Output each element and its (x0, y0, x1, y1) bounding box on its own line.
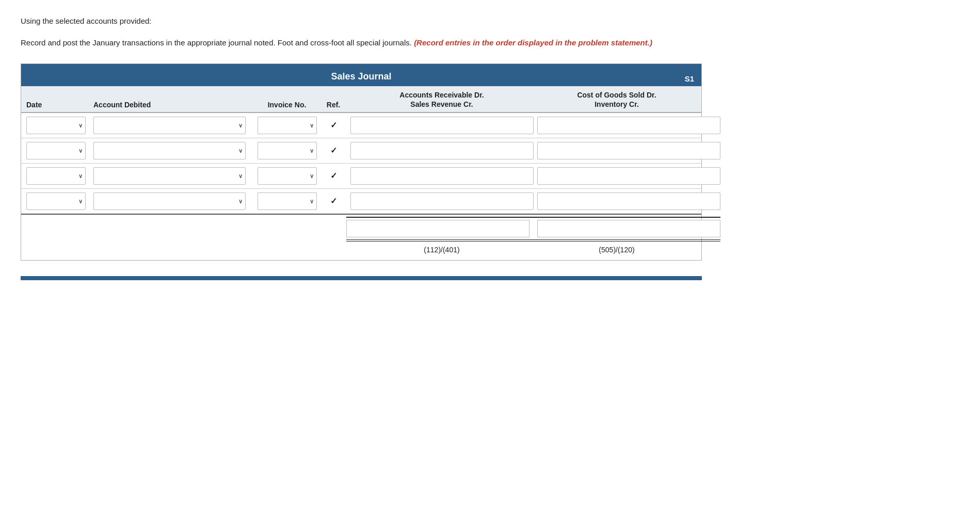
invoice-select-wrapper-4[interactable] (258, 192, 317, 210)
ar-total-wrapper (346, 217, 537, 242)
col-header-cogs: Cost of Goods Sold Dr. Inventory Cr. (537, 90, 696, 109)
invoice-select-wrapper-2[interactable] (258, 142, 317, 159)
cogs-input-3[interactable] (537, 167, 720, 185)
totals-ar-section[interactable] (346, 217, 537, 246)
ref-cell-2: ✓ (320, 146, 346, 155)
invoice-cell-2[interactable] (253, 142, 320, 159)
col-header-ar-bottom: Sales Revenue Cr. (346, 100, 537, 109)
date-select-2[interactable] (26, 142, 86, 159)
date-select-wrapper-2[interactable] (26, 142, 86, 159)
ar-input-1[interactable] (350, 117, 534, 134)
date-select-wrapper-1[interactable] (26, 117, 86, 134)
cogs-totals-label: (505)/(120) (537, 246, 696, 254)
col-header-ar: Accounts Receivable Dr. Sales Revenue Cr… (346, 90, 537, 109)
account-select-wrapper-2[interactable] (93, 142, 246, 159)
check-mark-3: ✓ (330, 171, 337, 180)
totals-label-row: (112)/(401) (505)/(120) (21, 246, 701, 260)
check-mark-1: ✓ (330, 121, 337, 130)
cogs-cell-3[interactable] (537, 167, 720, 185)
invoice-select-1[interactable] (258, 117, 317, 134)
journal-page-ref: S1 (685, 74, 694, 83)
cogs-input-1[interactable] (537, 117, 720, 134)
account-select-wrapper-1[interactable] (93, 117, 246, 134)
ar-cell-1[interactable] (346, 117, 537, 134)
cogs-total-input[interactable] (537, 220, 720, 237)
ar-input-4[interactable] (350, 192, 534, 210)
ar-input-3[interactable] (350, 167, 534, 185)
account-select-2[interactable] (93, 142, 246, 159)
ar-cell-2[interactable] (346, 142, 537, 159)
table-row: ✓ (21, 113, 701, 138)
col-header-account: Account Debited (93, 101, 253, 109)
date-cell-1[interactable] (26, 117, 93, 134)
cogs-cell-2[interactable] (537, 142, 720, 159)
invoice-cell-4[interactable] (253, 192, 320, 210)
account-cell-3[interactable] (93, 167, 253, 185)
invoice-cell-1[interactable] (253, 117, 320, 134)
ar-total-input[interactable] (346, 220, 529, 237)
date-cell-4[interactable] (26, 192, 93, 210)
instruction-text: Record and post the January transactions… (21, 37, 959, 49)
totals-spacer (26, 217, 346, 246)
check-mark-2: ✓ (330, 146, 337, 155)
table-row: ✓ (21, 138, 701, 164)
journal-header-bar: Sales Journal S1 (21, 64, 701, 86)
col-header-cogs-top: Cost of Goods Sold Dr. (537, 90, 696, 100)
invoice-select-wrapper-3[interactable] (258, 167, 317, 185)
ar-cell-4[interactable] (346, 192, 537, 210)
cogs-input-4[interactable] (537, 192, 720, 210)
journal-title: Sales Journal (331, 71, 391, 82)
col-header-cogs-bottom: Inventory Cr. (537, 100, 696, 109)
cogs-total-wrapper (537, 217, 720, 242)
ref-cell-3: ✓ (320, 171, 346, 181)
date-select-3[interactable] (26, 167, 86, 185)
account-select-4[interactable] (93, 192, 246, 210)
column-headers: Date Account Debited Invoice No. Ref. Ac… (21, 86, 701, 113)
col-header-ref: Ref. (320, 101, 346, 109)
table-row: ✓ (21, 164, 701, 189)
account-select-1[interactable] (93, 117, 246, 134)
bottom-bar (21, 276, 702, 280)
invoice-select-wrapper-1[interactable] (258, 117, 317, 134)
col-header-date: Date (26, 101, 93, 109)
ref-cell-4: ✓ (320, 196, 346, 206)
date-select-4[interactable] (26, 192, 86, 210)
instruction-line2: Record and post the January transactions… (21, 38, 412, 47)
account-cell-4[interactable] (93, 192, 253, 210)
cogs-cell-4[interactable] (537, 192, 720, 210)
col-header-ar-top: Accounts Receivable Dr. (346, 90, 537, 100)
ar-input-2[interactable] (350, 142, 534, 159)
account-select-wrapper-3[interactable] (93, 167, 246, 185)
ar-cell-3[interactable] (346, 167, 537, 185)
account-cell-1[interactable] (93, 117, 253, 134)
col-header-invoice: Invoice No. (253, 101, 320, 109)
totals-label-spacer (26, 246, 346, 254)
instruction-red: (Record entries in the order displayed i… (414, 38, 652, 47)
invoice-select-4[interactable] (258, 192, 317, 210)
date-select-1[interactable] (26, 117, 86, 134)
cogs-input-2[interactable] (537, 142, 720, 159)
check-mark-4: ✓ (330, 197, 337, 205)
date-select-wrapper-4[interactable] (26, 192, 86, 210)
cogs-cell-1[interactable] (537, 117, 720, 134)
account-select-3[interactable] (93, 167, 246, 185)
table-row: ✓ (21, 189, 701, 215)
invoice-cell-3[interactable] (253, 167, 320, 185)
account-select-wrapper-4[interactable] (93, 192, 246, 210)
invoice-select-3[interactable] (258, 167, 317, 185)
account-cell-2[interactable] (93, 142, 253, 159)
invoice-select-2[interactable] (258, 142, 317, 159)
intro-line1: Using the selected accounts provided: (21, 15, 959, 27)
date-cell-3[interactable] (26, 167, 93, 185)
ref-cell-1: ✓ (320, 120, 346, 130)
sales-journal-container: Sales Journal S1 Date Account Debited In… (21, 63, 702, 261)
totals-section (21, 215, 701, 246)
date-cell-2[interactable] (26, 142, 93, 159)
date-select-wrapper-3[interactable] (26, 167, 86, 185)
totals-cogs-section[interactable] (537, 217, 720, 246)
ar-totals-label: (112)/(401) (346, 246, 537, 254)
